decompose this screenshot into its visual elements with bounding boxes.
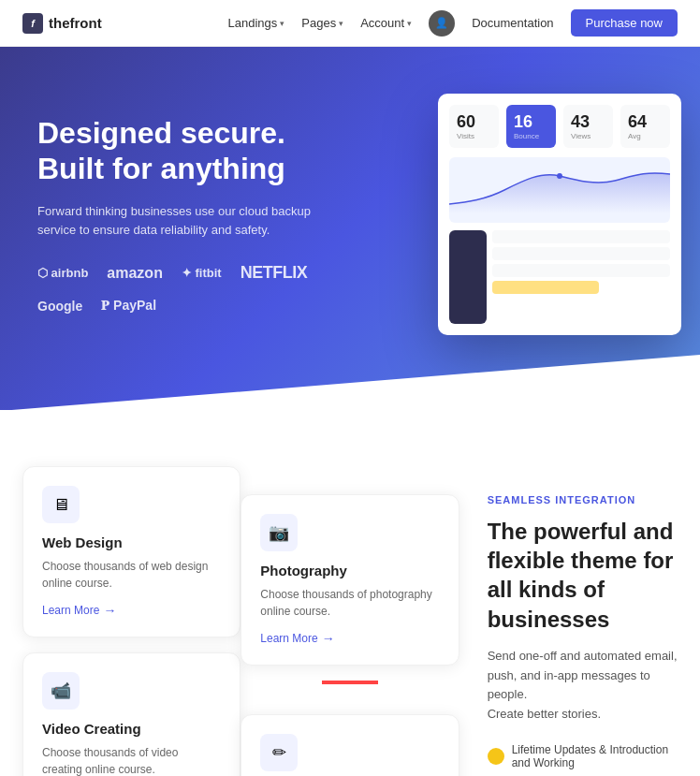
nav-links: Landings ▾ Pages ▾ Account ▾ 👤 Documenta…	[228, 9, 678, 37]
stat-visits: 60 Visits	[449, 105, 499, 148]
brand-fitbit: ✦ fitbit	[182, 266, 222, 280]
hero-title: Designed secure. Built for anything	[37, 115, 313, 187]
photography-icon: 📷	[260, 514, 298, 551]
service-card-graphic-design: ✏ Graphic Design Choose thousands of gra…	[241, 714, 459, 776]
services-left: 🖥 Web Design Choose thousands of web des…	[22, 466, 241, 776]
dashboard-chart	[449, 157, 670, 223]
divider	[322, 681, 378, 684]
services-section: 🖥 Web Design Choose thousands of web des…	[0, 410, 700, 776]
chevron-down-icon: ▾	[280, 19, 284, 28]
service-card-video-creating: 📹 Video Creating Choose thousands of vid…	[22, 652, 241, 776]
brand-paypal: 𝐏 PayPal	[101, 298, 156, 314]
hero-section: Designed secure. Built for anything Forw…	[0, 47, 700, 410]
service-desc-video-creating: Choose thousands of video creating onlin…	[42, 744, 221, 776]
nav-link-pages[interactable]: Pages ▾	[301, 16, 343, 30]
logo-text: thefront	[49, 15, 102, 31]
service-card-photography: 📷 Photography Choose thousands of photog…	[241, 494, 459, 666]
service-card-web-design: 🖥 Web Design Choose thousands of web des…	[22, 466, 241, 637]
service-title-web-design: Web Design	[42, 534, 221, 550]
logo[interactable]: f thefront	[22, 13, 102, 34]
feature-dot-icon	[488, 748, 504, 765]
nav-link-documentation[interactable]: Documentation	[472, 16, 553, 30]
services-section-description: Send one-off and automated email, push, …	[488, 647, 678, 725]
feature-item-1: Lifetime Updates & Introduction and Work…	[488, 743, 678, 769]
navbar: f thefront Landings ▾ Pages ▾ Account ▾ …	[0, 0, 700, 47]
services-info-panel: SEAMLESS INTEGRATION The powerful and fl…	[459, 466, 678, 776]
nav-link-landings[interactable]: Landings ▾	[228, 16, 285, 30]
arrow-right-icon: →	[322, 631, 335, 646]
chevron-down-icon: ▾	[339, 19, 343, 28]
hero-content: Designed secure. Built for anything Forw…	[0, 115, 350, 314]
brand-airbnb: ⬡ airbnb	[37, 266, 88, 280]
services-section-title: The powerful and flexible theme for all …	[488, 517, 678, 634]
service-title-photography: Photography	[260, 563, 439, 578]
services-grid: 🖥 Web Design Choose thousands of web des…	[22, 466, 678, 776]
brand-google: Google	[37, 299, 82, 314]
sidebar-nav	[449, 230, 487, 324]
dashboard-preview: 60 Visits 16 Bounce 43 Views 64 Avg	[438, 94, 681, 335]
graphic-design-icon: ✏	[260, 734, 298, 771]
learn-more-web-design[interactable]: Learn More →	[42, 603, 221, 618]
section-tag: SEAMLESS INTEGRATION	[488, 494, 678, 505]
hero-description: Forward thinking businesses use our clou…	[37, 202, 313, 242]
web-design-icon: 🖥	[42, 486, 80, 523]
service-title-video-creating: Video Creating	[42, 721, 221, 737]
learn-more-photography[interactable]: Learn More →	[260, 631, 439, 646]
arrow-right-icon: →	[103, 603, 116, 618]
sidebar-content	[492, 230, 670, 324]
hero-image: 60 Visits 16 Bounce 43 Views 64 Avg	[350, 94, 700, 335]
logo-icon: f	[22, 13, 43, 34]
stat-bounce: 16 Bounce	[506, 105, 556, 148]
feature-list: Lifetime Updates & Introduction and Work…	[488, 743, 678, 776]
dashboard-stats: 60 Visits 16 Bounce 43 Views 64 Avg	[449, 105, 670, 148]
avatar[interactable]: 👤	[429, 10, 455, 37]
video-creating-icon: 📹	[42, 672, 80, 710]
stat-avg: 64 Avg	[620, 105, 670, 148]
brand-netflix: NETFLIX	[241, 263, 308, 283]
nav-link-account[interactable]: Account ▾	[360, 16, 412, 30]
services-middle: 📷 Photography Choose thousands of photog…	[241, 466, 459, 776]
chevron-down-icon: ▾	[407, 19, 412, 28]
service-desc-photography: Choose thousands of photography online c…	[260, 586, 439, 620]
dashboard-sidebar	[449, 230, 670, 324]
service-desc-web-design: Choose thousands of web design online co…	[42, 558, 221, 592]
svg-point-0	[557, 173, 562, 179]
brand-logos: ⬡ airbnb amazon ✦ fitbit NETFLIX Google …	[37, 263, 313, 314]
stat-views: 43 Views	[563, 105, 613, 148]
brand-amazon: amazon	[107, 265, 163, 282]
purchase-button[interactable]: Purchase now	[571, 9, 678, 37]
